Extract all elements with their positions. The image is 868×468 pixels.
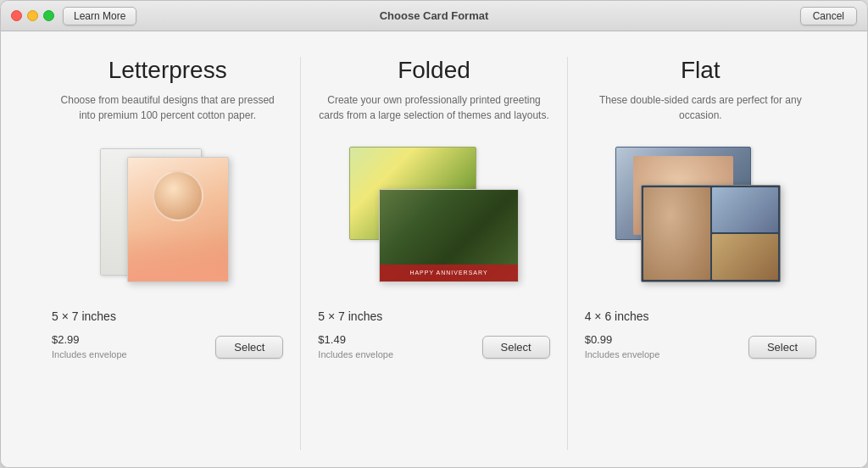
flat-image <box>585 140 816 292</box>
traffic-lights <box>11 10 54 21</box>
content-area: Letterpress Choose from beautiful design… <box>1 31 867 467</box>
learn-more-button[interactable]: Learn More <box>63 7 136 25</box>
flat-card-illustration <box>615 147 785 287</box>
flat-grid-cell-1 <box>643 187 710 280</box>
letterpress-option: Letterpress Choose from beautiful design… <box>35 57 301 450</box>
flat-grid-cell-2 <box>712 187 779 233</box>
cancel-button[interactable]: Cancel <box>800 7 857 25</box>
titlebar: Learn More Choose Card Format Cancel <box>1 1 867 31</box>
letterpress-pricing: 5 × 7 inches $2.99 Includes envelope Sel… <box>52 309 283 361</box>
flat-price-info: $0.99 Includes envelope <box>585 333 660 361</box>
window-title: Choose Card Format <box>380 9 489 22</box>
folded-price-row: $1.49 Includes envelope Select <box>318 333 549 361</box>
flat-grid-cell-3 <box>712 234 779 280</box>
flat-price-row: $0.99 Includes envelope Select <box>585 333 816 361</box>
close-button[interactable] <box>11 10 22 21</box>
folded-size: 5 × 7 inches <box>318 309 549 323</box>
fold-banner-text: HAPPY ANNIVERSARY <box>409 270 487 276</box>
letterpress-image <box>52 140 283 292</box>
folded-price: $1.49 <box>318 333 393 346</box>
letterpress-select-button[interactable]: Select <box>215 336 283 359</box>
letterpress-title: Letterpress <box>108 57 227 84</box>
folded-image: HAPPY ANNIVERSARY <box>318 140 549 292</box>
folded-card-illustration: HAPPY ANNIVERSARY <box>349 147 519 287</box>
flat-size: 4 × 6 inches <box>585 309 816 323</box>
flat-option: Flat These double-sided cards are perfec… <box>568 57 833 450</box>
letterpress-price-row: $2.99 Includes envelope Select <box>52 333 283 361</box>
flat-description: These double-sided cards are perfect for… <box>585 92 816 126</box>
folded-description: Create your own professionally printed g… <box>318 92 549 126</box>
fold-front-panel: HAPPY ANNIVERSARY <box>379 189 519 282</box>
letterpress-price: $2.99 <box>52 333 127 346</box>
flat-includes: Includes envelope <box>585 349 660 359</box>
folded-option: Folded Create your own professionally pr… <box>301 57 567 450</box>
folded-pricing: 5 × 7 inches $1.49 Includes envelope Sel… <box>318 309 549 361</box>
maximize-button[interactable] <box>43 10 54 21</box>
letterpress-price-info: $2.99 Includes envelope <box>52 333 127 361</box>
folded-title: Folded <box>398 57 470 84</box>
letterpress-includes: Includes envelope <box>52 349 127 359</box>
flat-pricing: 4 × 6 inches $0.99 Includes envelope Sel… <box>585 309 816 361</box>
letterpress-description: Choose from beautiful designs that are p… <box>52 92 283 126</box>
fold-front-banner: HAPPY ANNIVERSARY <box>380 265 518 281</box>
flat-select-button[interactable]: Select <box>748 336 816 359</box>
flat-front-panel <box>641 185 781 282</box>
app-window: Learn More Choose Card Format Cancel Let… <box>0 0 868 468</box>
folded-price-info: $1.49 Includes envelope <box>318 333 393 361</box>
letterpress-size: 5 × 7 inches <box>52 309 283 323</box>
minimize-button[interactable] <box>27 10 38 21</box>
flat-price: $0.99 <box>585 333 660 346</box>
flat-front-grid <box>642 186 780 281</box>
flat-title: Flat <box>681 57 721 84</box>
folded-includes: Includes envelope <box>318 349 393 359</box>
folded-select-button[interactable]: Select <box>482 336 550 359</box>
letterpress-card-illustration <box>92 148 244 284</box>
